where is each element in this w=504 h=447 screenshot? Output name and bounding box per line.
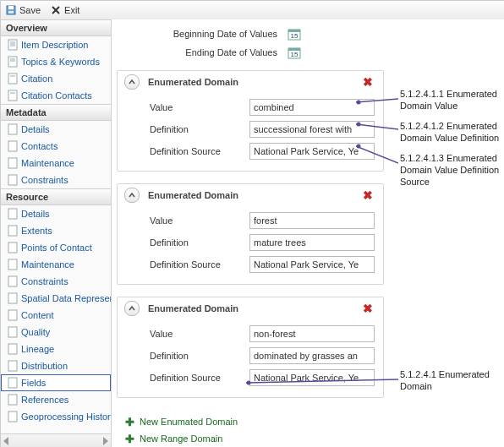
defsource-input[interactable] (249, 256, 375, 273)
sidebar-item-item-description[interactable]: Item Description (1, 36, 111, 53)
page-icon (8, 394, 18, 406)
sidebar-item-m-maintenance[interactable]: Maintenance (1, 155, 111, 172)
svg-rect-20 (8, 209, 17, 219)
x-icon: ✖ (363, 302, 373, 315)
definition-input[interactable] (249, 234, 375, 251)
svg-rect-29 (8, 361, 17, 371)
svg-rect-17 (8, 141, 17, 151)
svg-rect-5 (8, 40, 17, 50)
annotation: 5.1.2.4.1.2 Enumerated Domain Value Defi… (400, 121, 501, 144)
page-icon (8, 208, 18, 220)
collapse-toggle[interactable] (124, 74, 140, 90)
page-icon (8, 411, 18, 422)
svg-rect-2 (8, 11, 14, 14)
collapse-toggle[interactable] (124, 188, 140, 203)
svg-rect-27 (8, 327, 17, 337)
sidebar-item-m-contacts[interactable]: Contacts (1, 138, 111, 155)
sidebar-item-m-constraints[interactable]: Constraints (1, 172, 111, 188)
sidebar-item-r-extents[interactable]: Extents (1, 222, 111, 239)
disk-icon (6, 5, 16, 15)
svg-rect-26 (8, 310, 17, 320)
sidebar-item-r-maintenance[interactable]: Maintenance (1, 256, 111, 273)
sidebar-item-r-poc[interactable]: Points of Contact (1, 239, 111, 256)
exit-button[interactable]: Exit (51, 5, 79, 15)
plus-icon: ✚ (125, 416, 134, 428)
svg-rect-31 (8, 395, 17, 405)
svg-rect-25 (8, 293, 17, 303)
svg-text:15: 15 (291, 32, 299, 40)
delete-button[interactable]: ✖ (359, 188, 376, 202)
svg-rect-28 (8, 344, 17, 354)
sidebar-item-r-gp-history[interactable]: Geoprocessing History (1, 408, 111, 425)
sidebar-scrollbar[interactable] (1, 433, 111, 447)
definition-input[interactable] (249, 121, 375, 138)
value-input[interactable] (249, 325, 375, 342)
begin-date-label: Beginning Date of Values (117, 29, 288, 39)
page-icon (8, 140, 18, 152)
defsource-input[interactable] (249, 369, 375, 386)
sidebar-item-citation-contacts[interactable]: Citation Contacts (1, 87, 111, 104)
new-range-domain[interactable]: ✚New Range Domain (125, 430, 384, 447)
sidebar-item-r-fields[interactable]: Fields (1, 374, 111, 391)
svg-rect-23 (8, 259, 17, 270)
svg-rect-1 (8, 6, 14, 9)
sidebar-item-topics[interactable]: Topics & Keywords (1, 53, 111, 70)
sidebar-item-r-quality[interactable]: Quality (1, 324, 111, 341)
x-icon: ✖ (363, 75, 373, 89)
sidebar-section-metadata[interactable]: Metadata (1, 104, 111, 121)
sidebar-section-overview[interactable]: Overview (1, 19, 111, 36)
annotation: 5.1.2.4.1 Enumerated Domain (400, 369, 501, 393)
delete-button[interactable]: ✖ (359, 302, 376, 315)
x-icon: ✖ (363, 188, 373, 202)
enumerated-domain-card: Enumerated Domain ✖ Value Definition Def… (117, 183, 384, 285)
svg-rect-18 (8, 158, 17, 168)
page-icon (8, 259, 18, 270)
end-date-label: Ending Date of Values (117, 47, 288, 57)
delete-button[interactable]: ✖ (359, 75, 376, 89)
sidebar-item-r-references[interactable]: References (1, 391, 111, 408)
calendar-icon[interactable]: 15 (288, 46, 301, 59)
defsource-label: Definition Source (126, 373, 249, 383)
sidebar-section-resource[interactable]: Resource (1, 188, 111, 205)
svg-text:15: 15 (291, 51, 299, 58)
save-label: Save (19, 5, 41, 15)
definition-label: Definition (126, 351, 249, 361)
annotation: 5.1.2.4.1.1 Enumerated Domain Value (400, 89, 501, 112)
page-icon (8, 343, 18, 355)
page-icon (8, 123, 18, 135)
page-icon (8, 174, 18, 186)
sidebar-item-citation[interactable]: Citation (1, 70, 111, 87)
svg-rect-9 (8, 57, 17, 67)
collapse-toggle[interactable] (124, 301, 140, 316)
svg-rect-21 (8, 226, 17, 236)
svg-rect-30 (8, 378, 17, 388)
defsource-input[interactable] (249, 143, 375, 160)
svg-rect-32 (8, 412, 17, 422)
sidebar-item-r-constraints[interactable]: Constraints (1, 273, 111, 290)
value-input[interactable] (249, 99, 375, 116)
page-icon (8, 90, 18, 101)
definition-label: Definition (126, 237, 249, 248)
svg-rect-22 (8, 243, 17, 253)
sidebar-item-r-spatial[interactable]: Spatial Data Representation (1, 290, 111, 307)
page-icon (8, 242, 18, 253)
sidebar-item-r-lineage[interactable]: Lineage (1, 341, 111, 357)
sidebar-item-m-details[interactable]: Details (1, 121, 111, 138)
value-label: Value (126, 215, 249, 226)
svg-rect-14 (8, 90, 17, 101)
calendar-icon[interactable]: 15 (288, 27, 301, 41)
chevron-up-icon (129, 305, 135, 312)
sidebar-item-r-distribution[interactable]: Distribution (1, 357, 111, 374)
save-button[interactable]: Save (6, 5, 41, 15)
value-label: Value (126, 102, 249, 112)
new-enumerated-domain[interactable]: ✚New Enumated Domain (125, 413, 384, 430)
page-icon (8, 225, 18, 237)
toolbar: Save Exit (1, 1, 504, 20)
sidebar-item-r-details[interactable]: Details (1, 205, 111, 222)
close-icon (51, 5, 61, 15)
definition-input[interactable] (249, 347, 375, 364)
sidebar-item-r-content[interactable]: Content (1, 307, 111, 324)
value-input[interactable] (249, 212, 375, 229)
page-icon (8, 157, 18, 169)
page-icon (8, 309, 18, 321)
